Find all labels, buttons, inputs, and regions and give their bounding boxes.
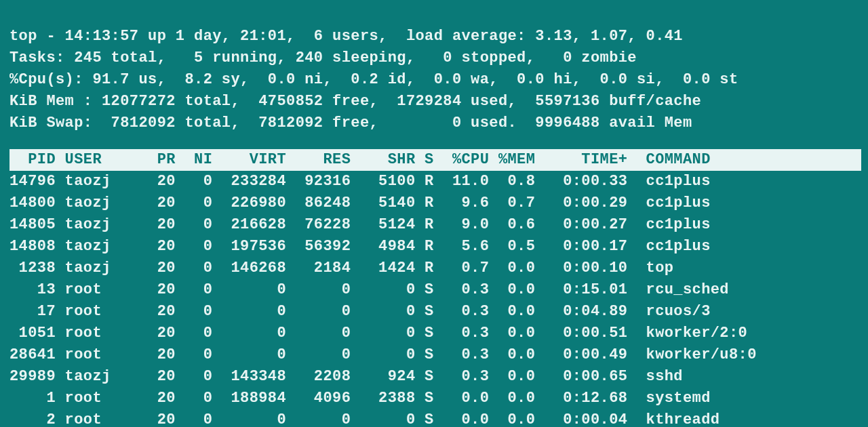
summary-line-mem: KiB Mem : 12077272 total, 4750852 free, … xyxy=(9,93,701,110)
summary-line-swap: KiB Swap: 7812092 total, 7812092 free, 0… xyxy=(9,115,692,131)
terminal-output: top - 14:13:57 up 1 day, 21:01, 6 users,… xyxy=(0,0,868,427)
summary-line-uptime: top - 14:13:57 up 1 day, 21:01, 6 users,… xyxy=(9,28,683,45)
process-table-header: PID USER PR NI VIRT RES SHR S %CPU %MEM … xyxy=(9,149,861,171)
summary-line-tasks: Tasks: 245 total, 5 running, 240 sleepin… xyxy=(9,49,637,66)
process-table-body: 14796 taozj 20 0 233284 92316 5100 R 11.… xyxy=(9,171,861,427)
summary-line-cpu: %Cpu(s): 91.7 us, 8.2 sy, 0.0 ni, 0.2 id… xyxy=(9,71,738,88)
